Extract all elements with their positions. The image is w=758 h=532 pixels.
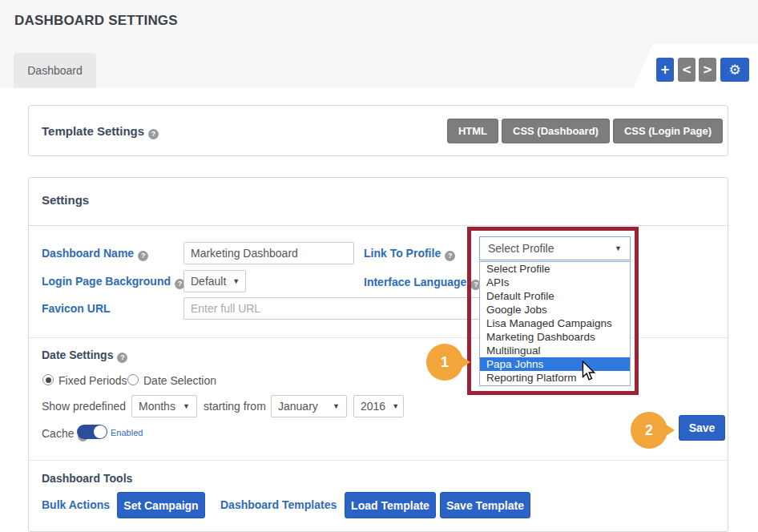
gear-icon[interactable]: ⚙ (720, 58, 749, 82)
favicon-url-label: Favicon URL (42, 302, 111, 315)
date-selection-label: Date Selection (143, 374, 216, 387)
dashboard-name-input[interactable] (183, 242, 354, 264)
move-left-button[interactable]: < (678, 58, 696, 82)
profile-option[interactable]: Marketing Dashboards (480, 330, 630, 344)
help-icon[interactable]: ? (445, 251, 455, 261)
profile-option[interactable]: Lisa Managed Campaigns (480, 316, 630, 330)
login-page-background-label: Login Page Background? (42, 275, 185, 289)
fixed-periods-label: Fixed Periods (58, 374, 127, 387)
start-month-select[interactable]: January▼ (271, 395, 347, 417)
link-to-profile-select[interactable]: Select Profile ▼ (479, 236, 631, 260)
bulk-actions-label: Bulk Actions (42, 498, 110, 511)
profile-option[interactable]: Select Profile (480, 262, 630, 276)
profile-option[interactable]: Google Jobs (480, 303, 630, 316)
settings-title: Settings (42, 193, 89, 207)
link-to-profile-label: Link To Profile? (364, 247, 455, 261)
start-year-select[interactable]: 2016▼ (353, 395, 404, 417)
template-buttons-group: HTML CSS (Dashboard) CSS (Login Page) (447, 119, 723, 143)
dashboard-tools-title: Dashboard Tools (42, 472, 132, 485)
show-predefined-label: Show predefined (42, 400, 126, 413)
fixed-periods-radio[interactable] (42, 374, 54, 385)
profile-option[interactable]: Reporting Platform (480, 371, 630, 385)
dashboard-templates-label: Dashboard Templates (220, 498, 337, 511)
save-template-button[interactable]: Save Template (440, 492, 530, 518)
chevron-down-icon: ▼ (232, 277, 240, 285)
chevron-down-icon: ▼ (333, 402, 340, 410)
predefined-period-select[interactable]: Months▼ (131, 395, 197, 417)
profile-option[interactable]: Default Profile (480, 289, 630, 303)
starting-from-label: starting from (204, 400, 266, 413)
template-settings-panel: Template Settings? HTML CSS (Dashboard) … (28, 105, 728, 156)
css-login-page-button[interactable]: CSS (Login Page) (613, 119, 723, 143)
move-right-button[interactable]: > (699, 58, 716, 82)
page-title: DASHBOARD SETTINGS (14, 13, 178, 29)
profile-option[interactable]: APIs (480, 276, 630, 289)
profile-option[interactable]: Papa Johns (480, 357, 630, 371)
chevron-down-icon: ▼ (615, 244, 622, 252)
date-settings-label: Date Settings? (42, 349, 127, 363)
help-icon[interactable]: ? (117, 353, 127, 363)
interface-language-label: Interface Language? (364, 276, 481, 290)
divider (29, 460, 728, 461)
divider (29, 225, 728, 226)
date-selection-radio[interactable] (127, 374, 139, 385)
template-settings-title: Template Settings? (42, 124, 159, 139)
add-dashboard-button[interactable]: + (656, 58, 674, 82)
cache-toggle[interactable] (77, 425, 107, 439)
chevron-down-icon: ▼ (392, 402, 399, 410)
tab-dashboard[interactable]: Dashboard (14, 53, 96, 88)
css-dashboard-button[interactable]: CSS (Dashboard) (502, 119, 610, 143)
profile-dropdown-list: Select ProfileAPIsDefault ProfileGoogle … (479, 261, 631, 386)
help-icon[interactable]: ? (148, 129, 159, 139)
cache-state-label: Enabled (111, 428, 143, 437)
html-button[interactable]: HTML (447, 119, 498, 143)
set-campaign-button[interactable]: Set Campaign (117, 492, 205, 518)
dashboard-name-label: Dashboard Name? (42, 247, 148, 261)
load-template-button[interactable]: Load Template (345, 492, 436, 518)
save-button[interactable]: Save (679, 415, 725, 441)
profile-option[interactable]: Multilingual (480, 344, 630, 357)
help-icon[interactable]: ? (138, 251, 148, 261)
login-page-background-select[interactable]: Default▼ (183, 270, 246, 292)
chevron-down-icon: ▼ (183, 402, 190, 410)
